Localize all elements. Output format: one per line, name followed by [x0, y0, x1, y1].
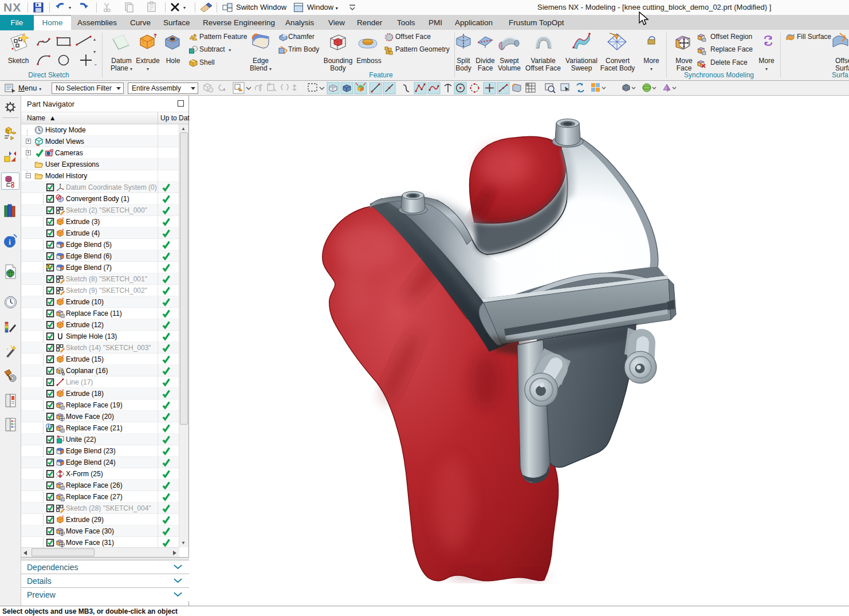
svg-text:i: i	[9, 238, 11, 246]
